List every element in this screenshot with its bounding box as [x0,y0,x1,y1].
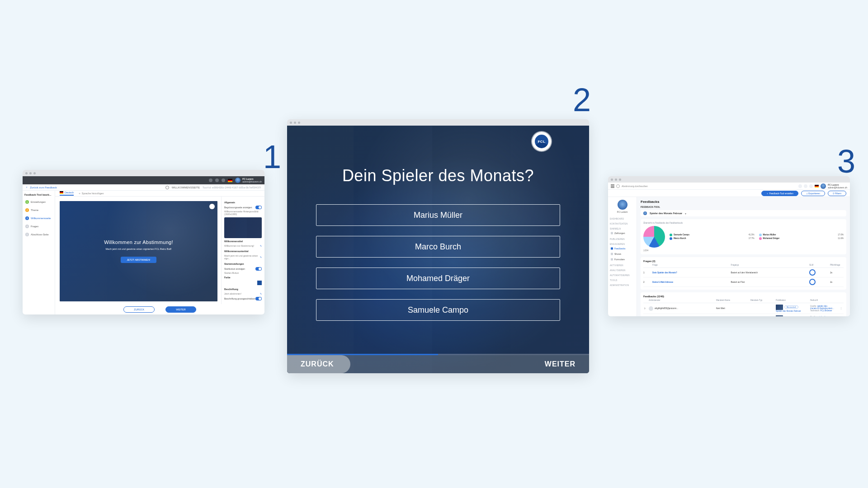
account-chip[interactable]: FC Luzern admin@fcluzern.ch [235,178,262,183]
export-button[interactable]: ⤓ Exportieren [801,191,825,196]
section-welcome-title: Willkommenstitel [224,240,262,243]
config-panel: Allgemein Begrüssungsseite anzeigen Will… [221,197,264,304]
flag-de-icon[interactable] [815,185,819,188]
apps-icon[interactable] [804,184,807,188]
start-voting-button[interactable]: JETZT ABSTIMMEN! [121,257,157,263]
section-welcome-sub: Willkommensuntertitel [224,250,262,253]
chevron-down-icon: ▾ [685,212,686,215]
results-legend: Samuele Campo41.5% Marius Müller17.0% Ma… [670,234,844,240]
nav-cat-analyze[interactable]: ANALYSIEREN [610,269,635,272]
account-sub: admin@fcluzern.ch [828,186,847,189]
nav-cat-automate[interactable]: AUTOMATISIEREN [610,274,635,277]
step-theme[interactable]: 2Theme [24,207,53,213]
step-welcome[interactable]: 3Willkommensseite [24,215,53,221]
section-label: FEEDBACK-TOOL [641,206,846,208]
feedback-row[interactable]: erischburski18493635@ho... Kein Wert Man… [643,314,844,316]
tool-name: Spieler des Monats Februar [650,212,682,215]
slm-ring-icon [809,279,816,285]
pub-thumb [776,315,783,316]
preview-icon[interactable] [165,186,169,189]
row-menu-icon[interactable]: ⋮ [840,307,844,310]
flag-de-icon[interactable] [228,179,232,182]
back-link[interactable]: Zurück zum Feedback [30,186,57,189]
question-row[interactable]: 1 Dein Spieler des Monats? Basiert auf d… [643,268,844,277]
nav-item-feedbacks[interactable]: Feedbacks [610,246,635,251]
step-closing[interactable]: 5Abschluss-Seite [24,231,53,238]
nav-cat-tools[interactable]: TOOLS [610,279,635,282]
survey-window: Dein Spieler des Monats? Marius Müller M… [287,119,589,373]
wizard-footer: ZURÜCK WEITER [55,304,264,314]
nav-cat-admin[interactable]: ADMINISTRATION [610,284,635,286]
step-settings[interactable]: 1Einstellungen [24,199,53,205]
nav-cat-collect[interactable]: SAMMELN [610,228,635,230]
survey-options: Marius Müller Marco Burch Mohamed Dräger… [316,204,560,321]
overview-count: 1/294 [643,249,844,252]
option-1[interactable]: Marius Müller [316,204,560,226]
page-label: WILLKOMMENSSEITE [172,186,200,189]
survey-next-button[interactable]: WEITER [531,355,589,373]
toggle-show-welcome[interactable] [255,206,262,209]
nav-item-shows[interactable]: Shows [610,252,635,256]
survey-screen: Dein Spieler des Monats? Marius Müller M… [287,126,589,373]
step-questions[interactable]: 4Fragen [24,223,53,230]
wizard-title: Feedback-Tool bearb... [24,193,53,196]
input-caption[interactable]: Jetzt abstimmen! [224,292,241,295]
account-chip[interactable]: FC Luzern admin@fcluzern.ch [821,183,847,189]
main-area: Feedbacks FEEDBACK-TOOL Spieler des Mona… [637,197,850,316]
tool-selector[interactable]: Spieler des Monats Februar ▾ [641,210,846,216]
option-2[interactable]: Marco Burch [316,236,560,258]
tool-id: Tool-Id: e006426c-2446-4167-b05a-0b7eff3… [203,186,261,189]
club-logo-icon [618,200,627,210]
page-title: Feedbacks [641,200,846,204]
question-row[interactable]: 2 Deine E-Mail-Adresse Basiert auf Text … [643,277,844,287]
option-4[interactable]: Samuele Campo [316,299,560,321]
search-icon[interactable] [616,184,620,188]
nav-cat-dashboard[interactable]: DASHBOARD [610,218,635,220]
apps-icon[interactable] [215,178,219,182]
input-welcome-title[interactable]: Willkommen zur Abstimmung! [224,244,254,247]
notifications-icon[interactable] [222,178,225,182]
settings-icon[interactable] [798,184,802,188]
window-titlebar [23,170,264,176]
nav-cat-engage[interactable]: ENGAGIEREN [610,243,635,245]
wizard-back-button[interactable]: ZURÜCK [123,306,155,313]
add-language[interactable]: ＋ Sprache hinzufügen [78,192,104,195]
option-3[interactable]: Mohamed Dräger [316,267,560,289]
feedback-row[interactable]: afrgifrlgifrdl55@protonm... Kein Wert Ma… [643,303,844,314]
lang-de-tab[interactable]: Deutsch [60,191,74,196]
chevron-left-icon[interactable]: ‹ [26,186,27,189]
toggle-show-cta[interactable] [255,267,262,271]
brand-name: FC Luzern [617,211,627,213]
settings-icon[interactable] [209,178,212,182]
label-show-welcome: Begrüssungsseite anzeigen [224,206,252,209]
window-titlebar [608,176,850,183]
slm-ring-icon [809,269,816,276]
nav-item-payments[interactable]: Zahlungen [610,231,635,235]
dashboard-window: Abstimmung durchsuchen FC Luzern admin@f… [608,176,850,316]
nav-cat-publish[interactable]: PUBLIZIEREN [610,238,635,240]
stage: 1 2 3 FC Luzern admin@fcluzern.ch ‹ Zurü… [0,0,868,488]
label-caption-upper: Beschriftung grossgeschrieben [224,297,255,300]
row-checkbox[interactable] [644,307,646,310]
welcome-preview: Willkommen zur Abstimmung! Mach jetzt mi… [60,201,217,301]
welcome-title: Willkommen zur Abstimmung! [104,239,173,245]
notifications-icon[interactable] [809,184,813,188]
survey-back-button[interactable]: ZURÜCK [287,355,350,373]
app-topbar: Abstimmung durchsuchen FC Luzern admin@f… [608,183,850,190]
nav-cat-activate[interactable]: AKTIVIEREN [610,264,635,267]
toggle-caption-upper[interactable] [255,297,262,300]
tool-icon [643,211,647,215]
app-topbar: FC Luzern admin@fcluzern.ch [23,176,264,184]
create-tool-button[interactable]: ＋ Feedback-Tool erstellen [761,191,798,196]
menu-icon[interactable] [611,184,614,188]
color-swatch[interactable] [257,281,262,285]
brand: FC Luzern [610,200,635,213]
bg-image-thumb[interactable] [224,217,262,238]
step-number-3: 3 [837,143,855,180]
input-welcome-sub[interactable]: Mach jetzt mit und gewinne einen sign... [224,254,260,260]
nav-cat-contacts[interactable]: KONTAKTDATEN [610,223,635,225]
filter-button[interactable]: ⚲ Filtern [828,191,846,196]
label-show-cta: Startbutton anzeigen [224,267,245,270]
nav-item-forms[interactable]: Formulare [610,257,635,262]
wizard-next-button[interactable]: WEITER [165,306,196,313]
